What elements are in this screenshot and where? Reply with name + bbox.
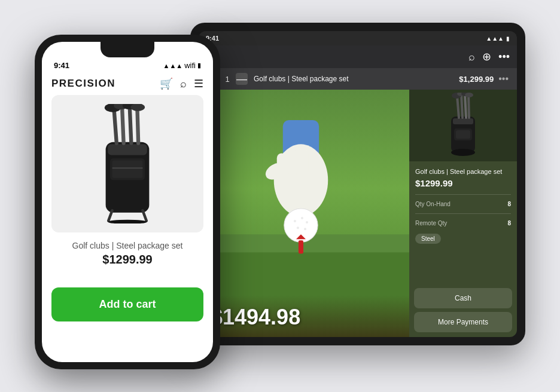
svg-point-12: [301, 217, 303, 219]
divider-1: [415, 194, 511, 195]
battery-icon: ▮: [506, 35, 510, 42]
tablet-cart-bar: + 1 — Golf clubs | Steel package set $1,…: [199, 68, 517, 90]
svg-point-30: [451, 149, 475, 156]
svg-point-11: [294, 220, 296, 222]
svg-point-15: [304, 228, 306, 230]
side-product-price: $1299.99: [415, 178, 511, 188]
svg-line-33: [114, 107, 117, 143]
main-price: $1494.98: [211, 305, 300, 329]
phone-product-image: [51, 95, 203, 232]
remote-qty-row: Remote Qty 8: [415, 216, 511, 230]
add-to-cart-button[interactable]: Add to cart: [51, 287, 203, 321]
tablet-content: $1494.98: [199, 90, 517, 337]
brand-name: PRECISION: [51, 78, 115, 90]
tablet-status-bar: 9:41 ▲▲▲ ▮: [199, 31, 517, 45]
payment-buttons-container: Cash More Payments: [409, 283, 517, 337]
svg-point-14: [297, 226, 299, 229]
tablet-search-icon[interactable]: ⌕: [468, 51, 475, 63]
svg-rect-8: [309, 151, 318, 175]
svg-rect-29: [456, 130, 470, 139]
phone-time: 9:41: [54, 61, 69, 70]
svg-line-21: [461, 94, 462, 118]
side-product-name: Golf clubs | Steel package set: [415, 167, 511, 176]
phone-wifi-icon: wifi: [184, 61, 196, 70]
cart-quantity: 1: [223, 75, 232, 84]
qty-on-hand-label: Qty On-Hand: [415, 201, 451, 207]
svg-point-27: [465, 93, 473, 97]
svg-point-13: [306, 221, 308, 223]
svg-line-20: [457, 96, 459, 118]
side-product-golf-bag-svg: [436, 93, 490, 158]
phone-status-bar: 9:41 ▲▲▲ wifi ▮: [42, 57, 213, 71]
phone-product-price: $1299.99: [51, 253, 203, 267]
divider-2: [415, 213, 511, 214]
phone-cart-icon[interactable]: 🛒: [160, 77, 173, 90]
tablet-side-panel: Golf clubs | Steel package set $1299.99 …: [409, 90, 517, 337]
price-overlay: $1494.98: [199, 295, 409, 337]
tablet-main-image: $1494.98: [199, 90, 409, 337]
svg-rect-16: [299, 240, 303, 253]
scene: 9:41 ▲▲▲ ▮ ⌄ ⌕ ⊕ ••• +: [35, 23, 525, 369]
svg-point-40: [130, 104, 145, 111]
side-product-info: Golf clubs | Steel package set $1299.99 …: [409, 161, 517, 283]
svg-rect-6: [288, 149, 297, 176]
svg-rect-7: [299, 149, 308, 176]
side-product-image: [409, 90, 517, 161]
cart-bar-right: $1,299.99 •••: [459, 74, 509, 84]
golf-scene-background: $1494.98: [199, 90, 409, 337]
qty-on-hand-value: 8: [507, 201, 511, 207]
tablet-toolbar: ⌄ ⌕ ⊕ •••: [199, 45, 517, 68]
svg-line-23: [468, 95, 469, 118]
wifi-icon: ▲▲▲: [486, 35, 504, 42]
more-payments-button[interactable]: More Payments: [414, 312, 512, 332]
tablet-more-icon[interactable]: •••: [498, 51, 510, 63]
phone-status-icons: ▲▲▲ wifi ▮: [163, 61, 201, 70]
cart-product-name: Golf clubs | Steel package set: [254, 75, 349, 83]
svg-line-36: [137, 107, 138, 143]
steel-badge: Steel: [415, 234, 441, 244]
tablet-device: 9:41 ▲▲▲ ▮ ⌄ ⌕ ⊕ ••• +: [190, 23, 525, 345]
tablet-status-icons: ▲▲▲ ▮: [486, 35, 510, 42]
tablet-add-icon[interactable]: ⊕: [482, 50, 491, 63]
svg-rect-42: [112, 161, 143, 178]
cart-more-icon[interactable]: •••: [498, 74, 509, 84]
qty-on-hand-row: Qty On-Hand 8: [415, 197, 511, 211]
phone-bottom-space: [42, 321, 213, 362]
svg-rect-32: [108, 144, 147, 155]
phone-product-name: Golf clubs | Steel package set: [51, 241, 203, 250]
phone-search-icon[interactable]: ⌕: [180, 78, 187, 90]
remote-qty-value: 8: [507, 220, 511, 226]
phone-header: PRECISION 🛒 ⌕ ☰: [42, 71, 213, 95]
phone-device: 9:41 ▲▲▲ wifi ▮ PRECISION 🛒 ⌕ ☰: [35, 35, 220, 369]
svg-line-44: [108, 210, 112, 220]
phone-signal-icon: ▲▲▲: [163, 62, 183, 69]
svg-rect-5: [277, 153, 287, 177]
svg-line-35: [130, 105, 132, 143]
cash-button[interactable]: Cash: [414, 288, 512, 308]
tablet-toolbar-right: ⌕ ⊕ •••: [468, 50, 510, 63]
svg-point-46: [108, 220, 147, 223]
phone-product-details: Golf clubs | Steel package set $1299.99: [42, 232, 213, 287]
svg-line-34: [122, 105, 124, 143]
phone-screen: 9:41 ▲▲▲ wifi ▮ PRECISION 🛒 ⌕ ☰: [42, 42, 213, 362]
phone-golf-bag-svg: [80, 104, 175, 223]
svg-line-45: [142, 210, 146, 220]
phone-notch: [101, 42, 154, 57]
cart-decrement-button[interactable]: —: [236, 73, 248, 85]
svg-line-22: [465, 94, 466, 118]
cart-bar-left: + 1 — Golf clubs | Steel package set: [207, 73, 349, 85]
remote-qty-label: Remote Qty: [415, 220, 447, 226]
svg-rect-19: [453, 118, 473, 124]
phone-battery-icon: ▮: [197, 62, 201, 69]
phone-menu-icon[interactable]: ☰: [194, 77, 203, 90]
cart-price: $1,299.99: [459, 75, 494, 84]
phone-nav-icons: 🛒 ⌕ ☰: [160, 77, 203, 90]
